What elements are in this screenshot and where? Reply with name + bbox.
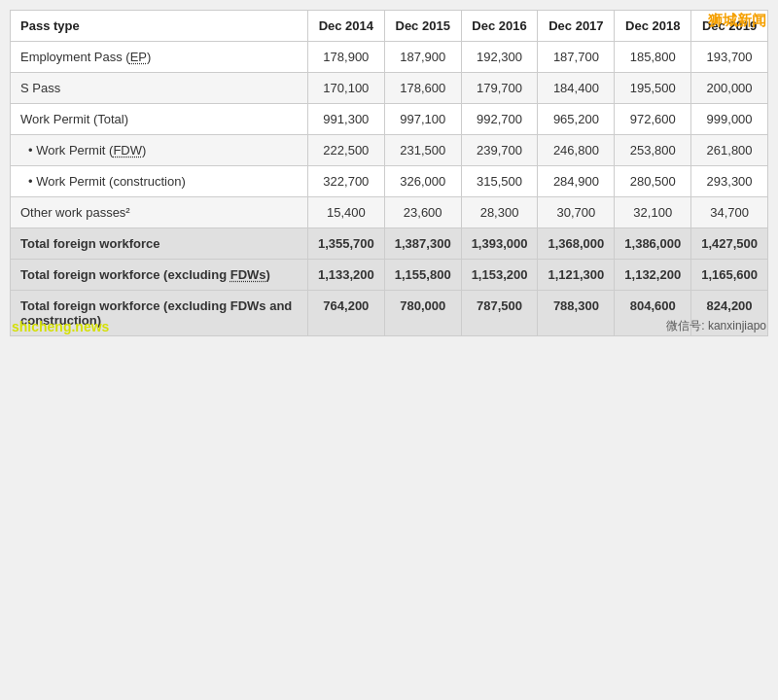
cell-value: 1,427,500 (691, 228, 768, 260)
cell-label: Total foreign workforce (11, 228, 308, 260)
cell-value: 999,000 (691, 104, 768, 135)
cell-value: 1,387,300 (384, 228, 461, 260)
cell-value: 972,600 (615, 104, 691, 135)
cell-value: 1,155,800 (384, 260, 461, 291)
table-row: Work Permit (FDW)222,500231,500239,70024… (11, 135, 768, 166)
cell-value: 788,300 (538, 291, 615, 336)
data-table: Pass type Dec 2014 Dec 2015 Dec 2016 Dec… (10, 10, 768, 336)
cell-value: 222,500 (307, 135, 384, 166)
table-row: S Pass170,100178,600179,700184,400195,50… (11, 73, 768, 104)
table-row: Work Permit (construction)322,700326,000… (11, 166, 768, 197)
cell-value: 1,133,200 (307, 260, 384, 291)
cell-value: 15,400 (307, 197, 384, 228)
cell-value: 787,500 (461, 291, 538, 336)
watermark-bottom-right: 微信号: kanxinjiapo (666, 318, 766, 334)
cell-value: 187,900 (384, 42, 461, 73)
cell-value: 30,700 (538, 197, 615, 228)
cell-value: 178,900 (307, 42, 384, 73)
cell-value: 1,355,700 (307, 228, 384, 260)
cell-value: 185,800 (615, 42, 691, 73)
cell-value: 200,000 (691, 73, 768, 104)
col-header-dec2014: Dec 2014 (307, 11, 384, 42)
table-row: Work Permit (Total)991,300997,100992,700… (11, 104, 768, 135)
cell-label: Work Permit (FDW) (11, 135, 308, 166)
table-row: Employment Pass (EP)178,900187,900192,30… (11, 42, 768, 73)
cell-label: Total foreign workforce (excluding FDWs) (11, 260, 308, 291)
cell-value: 23,600 (384, 197, 461, 228)
cell-label: Work Permit (construction) (11, 166, 308, 197)
cell-value: 326,000 (384, 166, 461, 197)
cell-value: 1,393,000 (461, 228, 538, 260)
cell-value: 253,800 (615, 135, 691, 166)
cell-value: 284,900 (538, 166, 615, 197)
cell-value: 179,700 (461, 73, 538, 104)
table-wrapper: 狮城新闻 Pass type Dec 2014 Dec 2015 Dec 201… (10, 10, 768, 336)
cell-value: 1,132,200 (615, 260, 691, 291)
cell-value: 28,300 (461, 197, 538, 228)
cell-value: 261,800 (691, 135, 768, 166)
cell-value: 764,200 (307, 291, 384, 336)
table-row: Total foreign workforce1,355,7001,387,30… (11, 228, 768, 260)
cell-value: 192,300 (461, 42, 538, 73)
watermark-bottom-left: shicheng.news (12, 319, 109, 334)
cell-label: Employment Pass (EP) (11, 42, 308, 73)
cell-value: 231,500 (384, 135, 461, 166)
cell-value: 195,500 (615, 73, 691, 104)
cell-value: 187,700 (538, 42, 615, 73)
cell-value: 293,300 (691, 166, 768, 197)
cell-value: 193,700 (691, 42, 768, 73)
watermark-top-right: 狮城新闻 (708, 12, 766, 29)
cell-value: 1,386,000 (615, 228, 691, 260)
cell-value: 1,153,200 (461, 260, 538, 291)
bullet-label: Work Permit (FDW) (20, 143, 146, 158)
cell-label: S Pass (11, 73, 308, 104)
col-header-dec2018: Dec 2018 (615, 11, 691, 42)
cell-value: 780,000 (384, 291, 461, 336)
cell-value: 280,500 (615, 166, 691, 197)
col-header-passtype: Pass type (11, 11, 308, 42)
cell-value: 239,700 (461, 135, 538, 166)
col-header-dec2015: Dec 2015 (384, 11, 461, 42)
cell-value: 997,100 (384, 104, 461, 135)
header-row: Pass type Dec 2014 Dec 2015 Dec 2016 Dec… (11, 11, 768, 42)
bullet-label: Work Permit (construction) (20, 174, 186, 189)
cell-value: 170,100 (307, 73, 384, 104)
cell-value: 315,500 (461, 166, 538, 197)
table-row: Total foreign workforce (excluding FDWs … (11, 291, 768, 336)
table-row: Other work passes²15,40023,60028,30030,7… (11, 197, 768, 228)
cell-value: 184,400 (538, 73, 615, 104)
cell-value: 991,300 (307, 104, 384, 135)
cell-value: 965,200 (538, 104, 615, 135)
cell-label: Work Permit (Total) (11, 104, 308, 135)
cell-value: 1,121,300 (538, 260, 615, 291)
cell-label: Other work passes² (11, 197, 308, 228)
cell-value: 32,100 (615, 197, 691, 228)
cell-value: 246,800 (538, 135, 615, 166)
cell-value: 992,700 (461, 104, 538, 135)
cell-value: 34,700 (691, 197, 768, 228)
cell-value: 178,600 (384, 73, 461, 104)
cell-value: 322,700 (307, 166, 384, 197)
col-header-dec2016: Dec 2016 (461, 11, 538, 42)
table-row: Total foreign workforce (excluding FDWs)… (11, 260, 768, 291)
cell-value: 1,165,600 (691, 260, 768, 291)
cell-value: 1,368,000 (538, 228, 615, 260)
col-header-dec2017: Dec 2017 (538, 11, 615, 42)
